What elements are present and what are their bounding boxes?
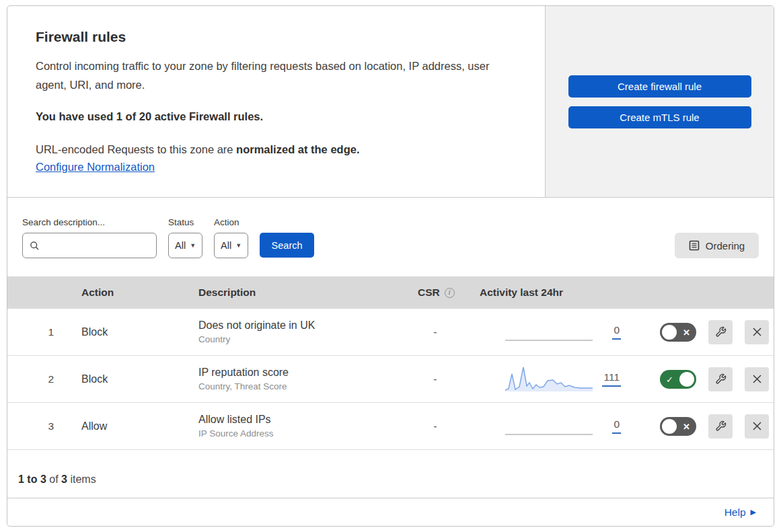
search-group: Search description... — [22, 217, 157, 258]
info-icon[interactable]: i — [445, 288, 455, 298]
pagination-of: of — [49, 473, 58, 485]
help-link-label: Help — [724, 506, 746, 519]
status-selected-value: All — [175, 240, 186, 251]
rule-match-fields: IP Source Address — [198, 428, 404, 439]
rule-csr-value: - — [404, 420, 466, 432]
activity-count-link[interactable]: 0 — [612, 324, 621, 340]
action-selected-value: All — [221, 240, 231, 251]
csr-header-label: CSR — [418, 287, 440, 299]
delete-rule-button[interactable] — [745, 414, 769, 439]
action-label: Action — [214, 217, 248, 227]
chevron-down-icon: ▼ — [235, 243, 241, 249]
column-header-action: Action — [68, 287, 185, 299]
rule-controls: ✕ — [626, 320, 774, 344]
close-icon — [751, 373, 763, 385]
pagination-items: items — [70, 473, 96, 485]
rule-number: 3 — [7, 420, 68, 432]
column-header-csr: CSR i — [404, 287, 466, 299]
edit-rule-button[interactable] — [708, 367, 733, 391]
search-button[interactable]: Search — [260, 233, 314, 258]
rule-action: Block — [68, 373, 185, 385]
status-dropdown[interactable]: All ▼ — [168, 233, 202, 258]
table-header-row: Action Description CSR i Activity last 2… — [7, 276, 774, 309]
table-row: 2 Block IP reputation score Country, Thr… — [7, 356, 774, 403]
status-label: Status — [168, 217, 202, 227]
search-label: Search description... — [22, 217, 157, 227]
page-title: Firewall rules — [36, 29, 517, 45]
firewall-rules-card: Firewall rules Control incoming traffic … — [7, 5, 774, 527]
rule-csr-value: - — [404, 373, 466, 385]
overview-text-panel: Firewall rules Control incoming traffic … — [7, 6, 546, 197]
wrench-icon — [715, 326, 727, 338]
rule-enabled-toggle[interactable]: ✓ — [660, 370, 696, 389]
table-row: 3 Allow Allow listed IPs IP Source Addre… — [7, 403, 774, 450]
rule-description: Does not originate in UK — [198, 319, 404, 332]
arrow-right-icon: ▶ — [751, 508, 756, 516]
status-filter-group: Status All ▼ — [168, 217, 202, 258]
delete-rule-button[interactable] — [745, 320, 769, 344]
toggle-knob — [662, 419, 677, 434]
edit-rule-button[interactable] — [708, 320, 733, 344]
rule-controls: ✓ — [626, 367, 774, 391]
column-header-description: Description — [185, 287, 404, 299]
pagination-range: 1 to 3 — [18, 473, 46, 485]
pagination-total: 3 — [61, 473, 67, 485]
close-icon — [751, 326, 763, 338]
configure-normalization-link[interactable]: Configure Normalization — [36, 161, 155, 173]
normalization-note: URL-encoded Requests to this zone are no… — [36, 143, 517, 156]
actions-panel: Create firewall rule Create mTLS rule — [546, 6, 774, 197]
rule-enabled-toggle[interactable]: ✕ — [660, 417, 696, 436]
overview-section: Firewall rules Control incoming traffic … — [7, 6, 774, 198]
table-row: 1 Block Does not originate in UK Country… — [7, 309, 774, 356]
toggle-on-check-icon: ✓ — [666, 375, 673, 383]
rule-description-cell: Does not originate in UK Country — [185, 319, 404, 344]
rule-controls: ✕ — [626, 414, 774, 439]
ordering-list-icon — [689, 240, 700, 251]
wrench-icon — [715, 420, 727, 432]
search-input[interactable] — [44, 239, 149, 252]
action-dropdown[interactable]: All ▼ — [214, 233, 248, 258]
rule-match-fields: Country, Threat Score — [198, 381, 404, 391]
toggle-knob — [679, 372, 694, 387]
page-description: Control incoming traffic to your zone by… — [36, 56, 517, 94]
search-box[interactable] — [22, 233, 157, 258]
create-firewall-rule-button[interactable]: Create firewall rule — [568, 75, 751, 98]
rule-number: 1 — [7, 326, 68, 338]
rule-description-cell: IP reputation score Country, Threat Scor… — [185, 367, 404, 391]
rule-number: 2 — [7, 373, 68, 385]
activity-count-link[interactable]: 0 — [612, 418, 621, 434]
rule-match-fields: Country — [198, 334, 404, 344]
rule-activity-cell: 0 — [466, 418, 626, 435]
activity-flatline — [505, 434, 593, 435]
ordering-button-label: Ordering — [706, 240, 745, 252]
toggle-off-x-icon: ✕ — [683, 422, 690, 430]
normalization-text: URL-encoded Requests to this zone are — [36, 143, 233, 155]
ordering-button[interactable]: Ordering — [675, 233, 759, 258]
pagination-text: 1 to 3 of 3 items — [18, 473, 96, 486]
rule-action: Allow — [68, 420, 185, 432]
pagination-summary: 1 to 3 of 3 items — [7, 450, 774, 498]
column-header-activity: Activity last 24hr — [466, 287, 626, 299]
help-bar: Help ▶ — [7, 498, 774, 526]
edit-rule-button[interactable] — [708, 414, 733, 439]
rule-enabled-toggle[interactable]: ✕ — [660, 323, 696, 342]
action-filter-group: Action All ▼ — [214, 217, 248, 258]
rule-csr-value: - — [404, 326, 466, 338]
chevron-down-icon: ▼ — [190, 243, 196, 249]
help-link[interactable]: Help ▶ — [724, 506, 756, 519]
normalization-bold: normalized at the edge. — [236, 143, 359, 155]
create-mtls-rule-button[interactable]: Create mTLS rule — [568, 106, 751, 128]
rule-description-cell: Allow listed IPs IP Source Address — [185, 414, 404, 439]
toggle-knob — [662, 325, 677, 340]
activity-count-link[interactable]: 111 — [602, 371, 621, 387]
rule-activity-cell: 0 — [466, 324, 626, 341]
filter-bar: Search description... Status All ▼ Actio… — [7, 198, 774, 276]
activity-flatline — [505, 340, 593, 341]
rule-description: IP reputation score — [198, 367, 404, 379]
rule-activity-cell: 111 — [466, 365, 626, 394]
rule-description: Allow listed IPs — [198, 414, 404, 426]
rule-action: Block — [68, 326, 185, 338]
close-icon — [751, 420, 763, 432]
search-icon — [30, 241, 40, 251]
delete-rule-button[interactable] — [745, 367, 769, 391]
